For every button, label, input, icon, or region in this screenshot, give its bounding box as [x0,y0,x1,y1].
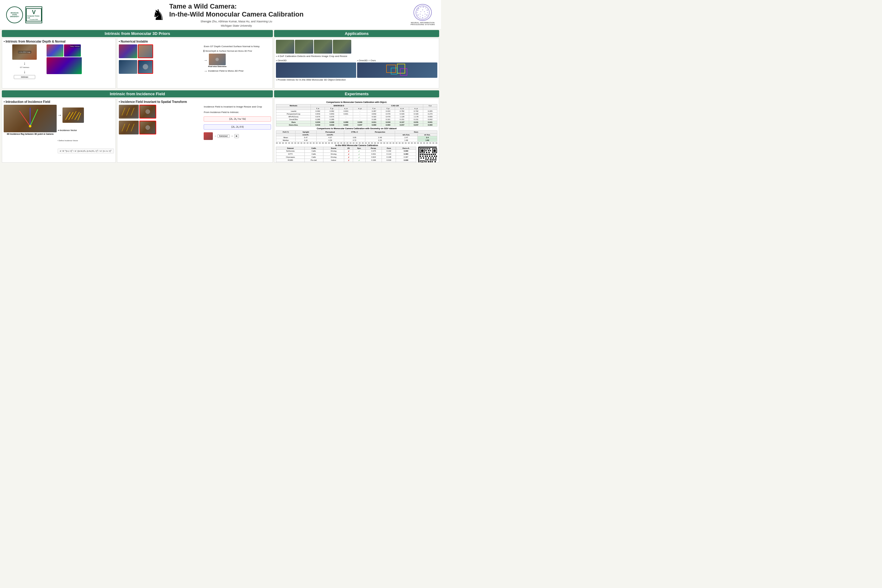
nips-circle [413,4,432,21]
incidence-vector-img [63,108,84,123]
svg-rect-86 [434,159,435,160]
svg-rect-61 [431,154,432,155]
table3-title: In-the-Wild Monocular Camera Calibration [276,144,437,146]
invariant-img2-red [140,105,156,118]
horse-icon: ♞ [152,6,165,23]
table-row: Mean5.474.373.052.492.472.4 [276,136,437,139]
applications-title: Applications [274,30,439,37]
table3-section: DatasetCalib.SceneZSSyn. Persp.OursOurs+… [276,147,437,163]
table-row-ours: Ours0.0340.0290.0880.0000.0110.0180.1370… [276,121,437,123]
circle-marker [143,64,148,69]
table1-wrapper: Methods BIW3RGB-D CAD-120 f_x f_xf_yc_xc… [276,104,437,126]
invariant-bullet1: Incidence Field is Invariant to Image Re… [204,105,271,108]
formula3: [2fₓ 2fᵧ 0 0] [204,124,271,129]
svg-point-8 [425,16,426,17]
svg-point-11 [417,14,418,16]
svg-rect-49 [421,162,423,163]
svg-rect-91 [432,161,433,162]
svg-point-5 [427,9,428,11]
title-line2: In-the-Wild Monocular Camera Calibration [170,10,304,18]
intro-title: • Introduction of Incidence Field [4,100,114,104]
calibration-caption: • 4 DoF Calibration Detects and Restores… [276,55,437,58]
qr-section: SCAN ME ♞ [417,147,437,163]
svg-rect-68 [422,156,423,157]
table3-wrapper: DatasetCalib.SceneZSSyn. Persp.OursOurs+… [276,147,416,163]
section1-header-left: Intrinsic from Monocular 3D Priors [2,30,273,37]
svg-rect-55 [430,150,431,151]
pixel-wise-img [209,54,226,65]
svg-rect-56 [426,152,427,153]
svg-point-7 [426,14,428,16]
svg-line-34 [122,108,125,116]
section1-left: • Intrinsic from Monocular Depth & Norma… [2,38,273,88]
svg-rect-52 [429,148,430,150]
svg-rect-90 [430,161,431,162]
invariant-bullet2: From Incidence Field to Intrinsic: [204,111,271,114]
mono-prior-bullet: MonoDepth & Surface Normal are Mono-3D P… [204,50,271,52]
soldiers-images [276,40,437,54]
table-row-ours-ass: Ours+Ass.0.0190.0190.0000.0470.0000.0000… [276,123,437,126]
svg-rect-53 [425,150,427,151]
svg-rect-74 [436,156,437,157]
experiments-content: Comparisons to Monocular Camera Calibrat… [274,98,439,163]
svg-rect-33 [119,105,138,118]
experiments-title: Experiments [274,90,439,98]
section2-left: • Introduction of Incidence Field [2,98,273,163]
svg-point-17 [422,15,423,16]
svg-point-3 [423,6,424,8]
svg-rect-64 [423,154,425,155]
soldier-img1 [276,40,294,54]
normal-image2 [46,57,82,74]
svg-rect-72 [432,156,433,157]
soldier-img4 [333,40,351,54]
svg-point-27 [29,125,31,128]
cv-lab-logo: V Computer Vision Lab Founded 1855 [26,6,42,23]
svg-rect-66 [435,154,436,155]
pixel-circle [215,58,219,61]
incidence-field-bullet: Incidence Field is Mono-3D Prior [208,69,243,72]
invariant-panel: • Incidence Field Invariant to Spatial T… [117,98,273,163]
section2-header-left: Intrinsic from Incidence Field [2,90,273,98]
svg-rect-78 [428,158,429,159]
svg-rect-69 [425,156,426,157]
svg-rect-84 [430,159,431,160]
soldier-img2 [295,40,313,54]
svg-point-1 [418,8,419,9]
svg-point-15 [424,11,425,12]
table2-wrapper: FoV (°)UprightPerceptualCTRL-CPerspectiv… [276,130,437,142]
main-content: Intrinsic from Monocular 3D Priors Appli… [0,29,441,164]
divider [276,143,437,143]
omni3d-ours-label: • Omni3D + Ours [357,59,437,62]
svg-rect-22 [391,68,397,74]
table-row: KITTICalib.Driving✗✓0.6310.1130.383 [276,153,416,156]
svg-rect-80 [433,158,434,159]
svg-point-2 [420,7,422,8]
svg-rect-85 [432,159,433,160]
omni3d-ours-block: • Omni3D + Ours [357,58,437,78]
svg-rect-51 [427,148,429,150]
omni3d-ours-img [357,63,437,78]
formula2: [2fₓ 2fᵧ ½w ½h] [204,116,271,122]
svg-point-4 [425,8,426,8]
table1: Methods BIW3RGB-D CAD-120 f_x f_xf_yc_xc… [276,104,437,126]
section1-header-right: Applications [274,30,439,37]
even-gt-bullet: Even GT Depth Converted Surface Normal i… [204,45,271,48]
circle2 [146,110,150,114]
circle3 [146,125,150,130]
depth-normal-panel: • Intrinsic from Monocular Depth & Norma… [2,38,116,88]
svg-line-37 [122,124,125,131]
svg-rect-83 [427,159,429,160]
num-img2-red [138,44,153,58]
3d-label: 3D Incidence Ray between 3D point & Came… [4,133,57,135]
svg-rect-76 [423,158,424,159]
svg-line-25 [30,110,38,126]
section1-content: • Intrinsic from Monocular Depth & Norma… [2,38,439,88]
section1-title: Intrinsic from Monocular 3D Priors [2,30,273,37]
table-row: NuScenesCalib.Driving✗✓0.3750.1020.060 [276,150,416,153]
soldier-img3 [314,40,332,54]
svg-line-35 [126,108,129,116]
svg-rect-43 [421,150,423,152]
svg-line-39 [131,124,134,131]
invariant-img3 [119,121,139,135]
table-row: RGBDPre-def.Indoor✗✓0.1660.0190.000 [276,159,416,162]
